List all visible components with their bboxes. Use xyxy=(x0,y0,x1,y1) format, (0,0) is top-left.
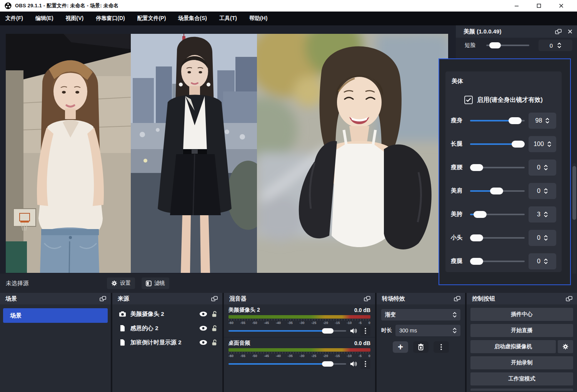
scenes-list: 场景 xyxy=(0,304,111,392)
popout-dock-icon[interactable] xyxy=(454,296,460,302)
volume-slider[interactable] xyxy=(228,361,346,367)
duration-value: 300 ms xyxy=(399,327,453,334)
add-transition-button[interactable]: + xyxy=(393,341,408,353)
settings-button-partial[interactable] xyxy=(470,389,573,391)
visibility-eye-icon[interactable] xyxy=(199,311,207,317)
slim-body-spinbox[interactable]: 98 xyxy=(529,113,556,129)
spin-chevrons-icon[interactable] xyxy=(544,188,548,194)
speaker-icon[interactable] xyxy=(350,328,357,334)
virtual-camera-settings-button[interactable] xyxy=(558,340,573,353)
controls-header: 控制按钮 xyxy=(467,293,577,304)
mixer-channel-desktop: 桌面音频 0.0 dB -60-55-50-45-40-35-30-25-20-… xyxy=(224,337,375,369)
enable-checkbox[interactable] xyxy=(464,96,473,104)
unlock-icon[interactable] xyxy=(212,339,217,346)
shoulders-spinbox[interactable]: 0 xyxy=(529,183,556,199)
spin-chevrons-icon[interactable] xyxy=(544,234,548,241)
controls-title: 控制按钮 xyxy=(472,295,566,302)
popout-dock-icon[interactable] xyxy=(566,296,572,302)
visibility-eye-icon[interactable] xyxy=(199,340,207,345)
menu-file[interactable]: 文件(F) xyxy=(5,15,23,22)
start-recording-button[interactable]: 开始录制 xyxy=(470,356,573,369)
popout-dock-icon[interactable] xyxy=(555,29,562,35)
main-area: 美颜 (1.0.0.49) 短脸 0 xyxy=(0,25,577,274)
menu-help[interactable]: 帮助(H) xyxy=(249,15,267,22)
slim-waist-spinbox[interactable]: 0 xyxy=(529,159,556,176)
menu-scene-collection[interactable]: 场景集合(S) xyxy=(178,15,207,22)
menu-docks[interactable]: 停靠窗口(D) xyxy=(96,15,125,22)
hips-slider[interactable] xyxy=(470,211,525,218)
spin-chevrons-icon[interactable] xyxy=(557,42,561,49)
slim-legs-spinbox[interactable]: 0 xyxy=(529,253,556,269)
source-row-camera[interactable]: 美颜摄像头 2 xyxy=(112,307,222,321)
start-streaming-button[interactable]: 开始直播 xyxy=(470,324,573,337)
slider-label: 小头 xyxy=(451,234,470,241)
duration-spinbox[interactable]: 300 ms xyxy=(395,325,460,336)
scrollbar-thumb[interactable] xyxy=(572,166,576,220)
menu-edit[interactable]: 编辑(E) xyxy=(35,15,53,22)
long-legs-spinbox[interactable]: 100 xyxy=(529,136,556,152)
mixer-dock: 混音器 美颜摄像头 2 0.0 dB -60-55-50-45-40-35-30… xyxy=(224,293,375,392)
shoulders-slider[interactable] xyxy=(470,188,525,194)
dock-scrollbar[interactable] xyxy=(572,163,576,287)
spin-chevrons-icon[interactable] xyxy=(453,327,457,334)
slim-waist-slider[interactable] xyxy=(470,164,525,171)
small-head-spinbox[interactable]: 0 xyxy=(529,230,556,246)
menu-view[interactable]: 视图(V) xyxy=(66,15,84,22)
speaker-icon[interactable] xyxy=(350,361,357,367)
spin-chevrons-icon[interactable] xyxy=(544,164,548,171)
sources-dock: 来源 美颜摄像头 2 感恩的心 2 加班倒计时显示 xyxy=(112,293,222,392)
unlock-icon[interactable] xyxy=(212,311,217,318)
popout-dock-icon[interactable] xyxy=(100,296,106,302)
source-row-text[interactable]: 感恩的心 2 xyxy=(112,322,222,335)
spin-chevrons-icon[interactable] xyxy=(545,117,549,124)
maximize-button[interactable] xyxy=(528,0,550,12)
obs-window: OBS 29.1.1 - 配置文件: 未命名 - 场景: 未命名 文件(F) 编… xyxy=(0,0,577,392)
spin-chevrons-icon[interactable] xyxy=(547,141,551,148)
gear-icon xyxy=(562,344,569,350)
menu-profile[interactable]: 配置文件(P) xyxy=(137,15,166,22)
unlock-icon[interactable] xyxy=(212,325,217,332)
source-row-countdown[interactable]: 加班倒计时显示源 2 xyxy=(112,336,222,349)
short-face-slider[interactable] xyxy=(486,42,529,48)
meter-ruler xyxy=(228,319,370,321)
plugin-center-button[interactable]: 插件中心 xyxy=(470,308,573,321)
mixer-options-button[interactable] xyxy=(360,359,370,369)
mixer-header: 混音器 xyxy=(224,293,375,304)
hips-spinbox[interactable]: 3 xyxy=(529,206,556,223)
scene-item-selected[interactable]: 场景 xyxy=(3,308,108,323)
face-slider-row: 短脸 0 xyxy=(456,38,577,53)
studio-mode-button[interactable]: 工作室模式 xyxy=(470,372,573,385)
spin-chevrons-icon[interactable] xyxy=(544,258,548,265)
remove-transition-button[interactable] xyxy=(413,341,429,353)
transition-selected-value: 渐变 xyxy=(385,311,453,318)
menu-tools[interactable]: 工具(T) xyxy=(219,15,237,22)
slim-body-slider[interactable] xyxy=(470,117,525,124)
source-name: 加班倒计时显示源 2 xyxy=(130,339,195,346)
volume-slider[interactable] xyxy=(228,328,346,334)
scenes-title: 场景 xyxy=(5,295,100,302)
small-head-slider[interactable] xyxy=(470,234,525,241)
mixer-options-button[interactable] xyxy=(360,326,370,336)
visibility-eye-icon[interactable] xyxy=(199,326,207,331)
popout-dock-icon[interactable] xyxy=(211,296,218,302)
transitions-header: 转场特效 xyxy=(377,293,465,304)
shoulders-value: 0 xyxy=(537,188,540,194)
spin-chevrons-icon[interactable] xyxy=(544,211,548,218)
controls-dock: 控制按钮 插件中心 开始直播 启动虚拟摄像机 xyxy=(467,293,577,392)
transition-options-button[interactable] xyxy=(434,341,449,353)
slim-legs-slider[interactable] xyxy=(470,258,525,265)
minimize-button[interactable] xyxy=(505,0,528,12)
close-dock-icon[interactable] xyxy=(568,29,572,34)
trash-icon xyxy=(418,344,424,350)
start-virtual-camera-button[interactable]: 启动虚拟摄像机 xyxy=(470,340,556,353)
close-button[interactable] xyxy=(550,0,572,12)
transitions-body: 渐变 时长 300 ms + xyxy=(377,304,465,392)
source-filters-button[interactable]: 滤镜 xyxy=(142,277,169,289)
popout-dock-icon[interactable] xyxy=(364,296,370,302)
preview-canvas[interactable] xyxy=(6,34,448,273)
transition-select[interactable]: 渐变 xyxy=(381,309,460,321)
source-settings-button[interactable]: 设置 xyxy=(107,277,135,289)
short-face-spinbox[interactable]: 0 xyxy=(539,40,572,51)
long-legs-slider[interactable] xyxy=(470,141,525,148)
virtual-camera-row: 启动虚拟摄像机 xyxy=(470,340,573,353)
